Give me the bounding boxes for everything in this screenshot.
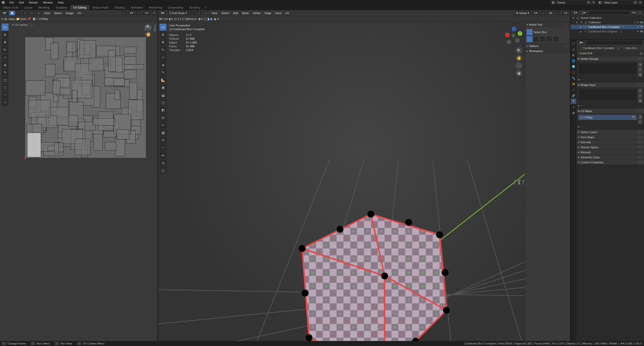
viewport-shading-solid[interactable]: ● (208, 18, 209, 21)
workspace-tab-layout[interactable]: Layout (21, 5, 35, 10)
delete-viewlayer-icon[interactable]: ✕ (638, 1, 642, 5)
npanel-tab-view[interactable]: View (513, 178, 516, 186)
viewport-shading-popover[interactable]: ◐▾ (198, 17, 203, 21)
uv-island[interactable] (108, 50, 115, 71)
hide-viewport-icon[interactable]: 👁 (637, 30, 639, 33)
uv-tool-grab[interactable]: ⬡ (2, 84, 9, 91)
uv-live-unwrap-toggle[interactable]: ↺ (151, 11, 156, 15)
uv-menu-view[interactable]: View (42, 12, 52, 15)
uv-vert-select-mode[interactable]: ⋮ (16, 11, 21, 15)
viewport-mode-select[interactable]: ◫ Edit Mode ▾ (167, 11, 189, 15)
viewport-shading-rendered[interactable]: ◉ (214, 17, 216, 21)
menu-edit[interactable]: Edit (17, 1, 26, 4)
uv-tool-annotate[interactable]: ✎ (2, 69, 9, 76)
uv-island[interactable] (68, 115, 78, 127)
select-mode-new[interactable] (527, 36, 533, 42)
uv-image-area[interactable] (25, 37, 146, 158)
uv-display-channels-select[interactable]: ◐ (33, 17, 35, 21)
uv-tool-move[interactable]: ✥ (2, 39, 9, 46)
prop-tab-scene[interactable]: 🌐 (571, 58, 576, 64)
section-vertex-groups-header[interactable]: ▾Vertex Groups┊┊┊ (577, 56, 644, 61)
grip-icon[interactable]: ┊┊┊ (563, 44, 569, 48)
uv-pin-icon[interactable]: 📌 (27, 17, 31, 21)
section-uv-maps-header[interactable]: ▾UV Maps┊┊┊ (577, 109, 644, 114)
npanel-options-header[interactable]: Options (529, 44, 539, 47)
uv-map-name[interactable]: UVMap (583, 116, 593, 119)
viewport-axis-x[interactable]: X (177, 18, 179, 21)
prop-tab-texture[interactable]: ▦ (571, 110, 576, 116)
scene-browser-icon[interactable]: ◧ (551, 1, 555, 5)
npanel-active-tool-header[interactable]: Active Tool (529, 23, 542, 26)
disable-render-icon[interactable]: 📷 (640, 30, 643, 33)
uv-map-add-button[interactable]: + (638, 115, 642, 119)
breadcrumb-object[interactable]: ▢Cardboard Box Crumpled (578, 46, 616, 50)
uv-island[interactable] (48, 146, 55, 151)
prop-tab-constraints[interactable]: 🔗 (571, 93, 576, 98)
prop-tab-particles[interactable]: ✨ (571, 81, 576, 87)
viewport-snap-toggle[interactable]: ∩ (540, 11, 546, 15)
prop-tab-world[interactable]: 🌍 (571, 64, 576, 69)
uv-snap-toggle[interactable]: ∩ (121, 11, 127, 15)
workspace-tab-texture-paint[interactable]: Texture Paint (89, 5, 111, 10)
section-geometry-data-header[interactable]: ▸Geometry Data┊┊┊ (577, 155, 644, 160)
shape-key-menu-button[interactable]: ▾ (638, 98, 642, 103)
uv-tool-cursor[interactable]: ⊕ (2, 31, 9, 38)
uv-map-list-item[interactable]: ◫ UVMap 📷 (578, 115, 637, 120)
prop-tab-output[interactable]: 🖨 (571, 46, 576, 52)
uv-island[interactable] (51, 43, 58, 59)
breadcrumb-mesh[interactable]: ▽Cube.014 (620, 46, 638, 50)
viewport-axis-y[interactable]: Y (180, 18, 181, 21)
grip-icon[interactable]: ┊┊┊ (29, 23, 34, 26)
viewport-menu-vertex[interactable]: Vertex (251, 12, 263, 15)
menu-file[interactable]: File (7, 1, 17, 4)
uv-island[interactable] (93, 118, 115, 126)
uv-image-pin-icon[interactable]: ◫ (1, 17, 4, 21)
workspace-tab-uv-editing[interactable]: UV Editing (70, 5, 89, 10)
new-viewlayer-icon[interactable]: ⧉ (633, 1, 637, 5)
uv-island[interactable] (75, 139, 91, 155)
section-face-maps-header[interactable]: ▸Face Maps┊┊┊ (577, 135, 644, 140)
viewlayer-name-input[interactable] (602, 1, 632, 5)
uv-new-image-button[interactable]: +New (8, 18, 15, 21)
prop-tab-physics[interactable]: ⚛ (571, 87, 576, 92)
outliner-display-mode-select[interactable]: ◫▾ (580, 11, 588, 15)
viewport-propedit-type-select[interactable]: ∿▾ (562, 11, 569, 15)
section-vertex-colors-header[interactable]: ▸Vertex Colors┊┊┊ (577, 130, 644, 135)
section-normals-header[interactable]: ▸Normals┊┊┊ (577, 140, 644, 145)
viewport-options-select[interactable]: Options ▾ (185, 17, 196, 21)
uv-island[interactable] (129, 82, 138, 100)
viewport-visibility-select[interactable]: ⊞▾ (159, 17, 163, 21)
uv-island[interactable] (114, 90, 120, 100)
shape-key-add-button[interactable]: + (638, 88, 642, 93)
uv-island[interactable] (105, 142, 116, 151)
uv-tool-transform[interactable]: ◈ (2, 61, 9, 68)
outliner-object-row[interactable]: ▸▽Cardboard Box Original▽👁📷 (571, 29, 644, 34)
workspace-tab-sculpting[interactable]: Sculpting (53, 5, 70, 10)
viewport-edge-mode[interactable]: / (196, 11, 202, 15)
uv-face-select-mode[interactable]: ▢ (29, 11, 34, 15)
uv-island[interactable] (58, 142, 64, 152)
menu-window[interactable]: Window (41, 1, 55, 4)
uv-uvmap-select[interactable]: ▿ UVMap (36, 17, 48, 21)
uv-island[interactable] (80, 40, 96, 58)
uv-snap-type-select[interactable]: ⊙▾ (128, 11, 135, 15)
workspace-tab-compositing[interactable]: Compositing (165, 5, 186, 10)
viewport-axis-z[interactable]: Z (182, 18, 184, 21)
uv-island-select-mode[interactable]: ◫ (35, 11, 41, 15)
uv-island[interactable] (117, 129, 129, 139)
viewlayer-browser-icon[interactable]: ◧ (598, 1, 602, 5)
uv-island[interactable] (28, 100, 51, 117)
new-scene-icon[interactable]: ⧉ (586, 1, 591, 5)
workspace-tab-scripting[interactable]: Scripting (186, 5, 203, 10)
uv-tool-scale[interactable]: ⤢ (2, 54, 9, 61)
viewport-editor-type-select[interactable]: ⊞▾ (159, 11, 166, 15)
outliner-search-input[interactable] (589, 11, 630, 15)
vertex-group-add-button[interactable]: + (638, 62, 642, 67)
uv-open-image-button[interactable]: 📁Open (16, 17, 26, 21)
workspace-tab-rendering[interactable]: Rendering (146, 5, 165, 10)
prop-tab-object[interactable]: ▢ (571, 70, 576, 75)
viewport-menu-view[interactable]: View (210, 12, 220, 15)
uv-island[interactable] (52, 81, 60, 94)
uv-island[interactable] (66, 42, 76, 52)
uv-menu-select[interactable]: Select (52, 12, 64, 15)
